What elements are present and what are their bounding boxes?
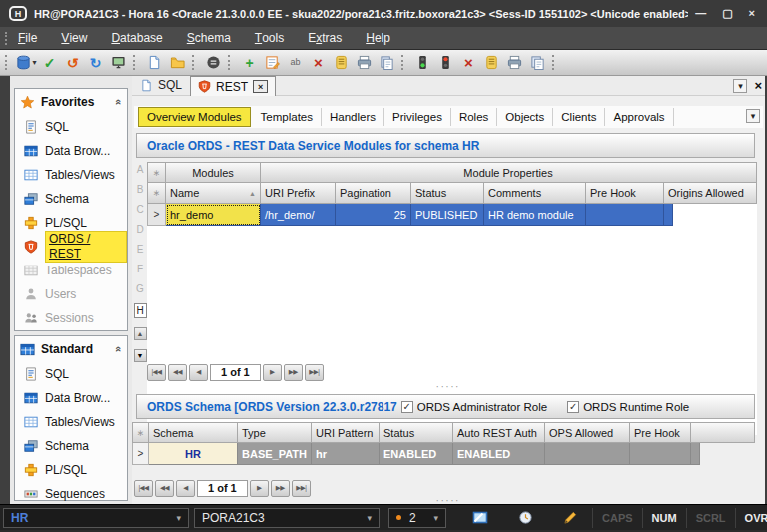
column-header-origins-allowed[interactable]: Origins Allowed xyxy=(664,183,757,204)
drop-button[interactable]: × xyxy=(458,52,479,73)
session-count-combo[interactable]: 2 ▾ xyxy=(388,508,446,528)
close-view-button[interactable]: × xyxy=(754,78,762,93)
edit-mode-pencil-icon[interactable] xyxy=(563,510,578,525)
pager-prev-button[interactable]: ◀ xyxy=(176,480,195,497)
tab-templates[interactable]: Templates xyxy=(253,108,322,126)
letter-e[interactable]: E xyxy=(137,244,144,255)
letter-g[interactable]: G xyxy=(136,283,144,294)
letter-f[interactable]: F xyxy=(137,264,143,274)
admin-role-checkbox[interactable]: ✓ xyxy=(401,401,413,413)
menu-schema[interactable]: Schema xyxy=(187,31,231,45)
column-header-ops-allowed[interactable]: OPS Allowed xyxy=(545,422,630,443)
sidebar-item-sequences[interactable]: Sequences xyxy=(15,482,127,506)
cell-pre-hook[interactable] xyxy=(586,204,664,226)
sql-monitor-button[interactable] xyxy=(108,52,129,73)
column-header-uri-pattern[interactable]: URI Pattern xyxy=(312,422,380,443)
pager-last-button[interactable]: ▶▶| xyxy=(292,480,311,497)
cell-uri-prefix[interactable]: /hr_demo/ xyxy=(261,204,336,226)
cell-name[interactable]: hr_demo xyxy=(166,204,261,226)
column-header-pre-hook[interactable]: Pre Hook xyxy=(586,183,664,204)
column-header-status[interactable]: Status xyxy=(380,422,453,443)
tab-sql[interactable]: SQL xyxy=(140,78,182,92)
menu-tools[interactable]: Tools xyxy=(255,31,284,45)
copy-2-button[interactable] xyxy=(527,52,548,73)
column-header-comments[interactable]: Comments xyxy=(484,183,586,204)
cell-status[interactable]: PUBLISHED xyxy=(411,204,484,226)
open-file-button[interactable] xyxy=(167,52,188,73)
sidebar-item-data-browser[interactable]: Data Brow... xyxy=(15,386,127,410)
close-button[interactable]: × xyxy=(749,8,755,19)
disable-button[interactable] xyxy=(435,52,456,73)
cell-uri-pattern[interactable]: hr xyxy=(312,443,380,465)
letter-d[interactable]: D xyxy=(136,224,143,235)
cell-type[interactable]: BASE_PATH xyxy=(238,443,312,465)
screen-indicator-icon[interactable] xyxy=(472,510,488,526)
print-2-button[interactable] xyxy=(504,52,525,73)
pager-fast-forward-button[interactable]: ▶▶ xyxy=(271,480,290,497)
menu-extras[interactable]: Extras xyxy=(308,31,342,45)
sidebar-item-schema[interactable]: Schema xyxy=(15,434,127,458)
menu-database[interactable]: Database xyxy=(111,31,162,45)
letter-a[interactable]: A xyxy=(137,164,144,175)
tab-approvals[interactable]: Approvals xyxy=(605,108,673,126)
ddl-script-button[interactable] xyxy=(481,52,502,73)
sidebar-item-users[interactable]: Users xyxy=(15,282,127,306)
pager-fast-back-button[interactable]: ◀◀ xyxy=(168,364,187,381)
letter-h-active[interactable]: H xyxy=(134,303,147,318)
menu-view[interactable]: View xyxy=(61,31,87,45)
column-header-name[interactable]: Name▲ xyxy=(166,183,261,204)
subtab-dropdown[interactable]: ▾ xyxy=(746,109,760,123)
collapse-icon[interactable]: « xyxy=(113,346,125,352)
pager-fast-back-button[interactable]: ◀◀ xyxy=(155,480,174,497)
sidebar-item-tables-views[interactable]: Tables/Views xyxy=(15,163,127,187)
cell-origins-allowed[interactable] xyxy=(664,204,673,226)
tab-rest[interactable]: REST × xyxy=(190,76,276,96)
pager-first-button[interactable]: |◀◀ xyxy=(134,480,153,497)
print-button[interactable] xyxy=(354,52,375,73)
tab-overview-modules[interactable]: Overview Modules xyxy=(138,107,251,127)
column-header-schema[interactable]: Schema xyxy=(149,422,238,443)
column-header-type[interactable]: Type xyxy=(238,422,312,443)
schema-combo[interactable]: HR ▾ xyxy=(3,508,189,528)
cell-pagination[interactable]: 25 xyxy=(336,204,411,226)
splitter-handle[interactable]: ⋅⋅⋅⋅⋅ xyxy=(132,384,765,391)
sidebar-item-sql[interactable]: SQL xyxy=(15,362,127,386)
standard-header[interactable]: Standard « xyxy=(15,336,127,362)
cell-status[interactable]: ENABLED xyxy=(380,443,453,465)
cell-pre-hook[interactable] xyxy=(630,443,691,465)
database-combo[interactable]: PORA21C3 ▾ xyxy=(194,508,380,528)
sidebar-item-tables-views[interactable]: Tables/Views xyxy=(15,410,127,434)
tab-handlers[interactable]: Handlers xyxy=(322,108,384,126)
cell-ops-allowed[interactable] xyxy=(545,443,630,465)
pager-fast-forward-button[interactable]: ▶▶ xyxy=(284,364,303,381)
letter-scroll-up-button[interactable]: ▲ xyxy=(134,327,147,340)
sidebar-item-plsql[interactable]: PL/SQL xyxy=(15,458,127,482)
runtime-role-checkbox[interactable]: ✓ xyxy=(567,401,579,413)
menu-file[interactable]: File xyxy=(18,31,37,45)
menu-help[interactable]: Help xyxy=(366,31,390,45)
pager-next-button[interactable]: ▶ xyxy=(263,364,282,381)
tab-roles[interactable]: Roles xyxy=(451,108,497,126)
sidebar-item-sessions[interactable]: Sessions xyxy=(15,306,127,330)
tab-list-dropdown[interactable]: ▾ xyxy=(733,79,747,93)
pager-last-button[interactable]: ▶▶| xyxy=(305,364,324,381)
letter-scroll-down-button[interactable]: ▼ xyxy=(134,349,147,362)
commit-button[interactable]: ✓ xyxy=(39,52,60,73)
minimize-button[interactable]: — xyxy=(695,8,706,19)
options-menu-button[interactable] xyxy=(203,52,224,73)
column-header-auto-rest-auth[interactable]: Auto REST Auth xyxy=(453,422,545,443)
tab-privileges[interactable]: Privileges xyxy=(384,108,451,126)
schema-table-row[interactable]: > HR BASE_PATH hr ENABLED ENABLED xyxy=(132,443,755,465)
sidebar-item-data-browser[interactable]: Data Brow... xyxy=(15,139,127,163)
maximize-button[interactable]: ▢ xyxy=(722,8,732,19)
copy-button[interactable] xyxy=(377,52,397,73)
edit-record-button[interactable] xyxy=(262,52,283,73)
pager-first-button[interactable]: |◀◀ xyxy=(147,364,166,381)
new-file-button[interactable] xyxy=(144,52,165,73)
tab-close-icon[interactable]: × xyxy=(253,80,268,93)
add-record-button[interactable]: + xyxy=(239,52,260,73)
sidebar-item-sql[interactable]: SQL xyxy=(15,115,127,139)
letter-c[interactable]: C xyxy=(136,204,143,215)
enable-button[interactable] xyxy=(412,52,433,73)
show-ddl-button[interactable] xyxy=(331,52,352,73)
